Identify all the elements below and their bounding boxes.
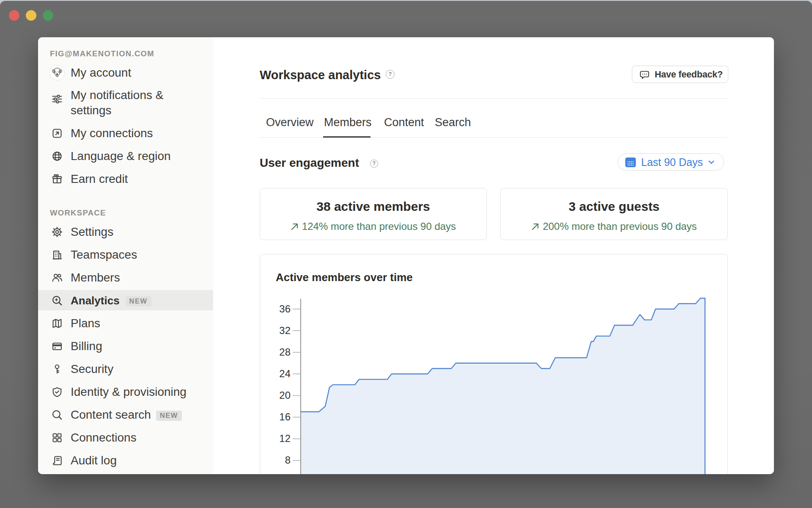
svg-text:28: 28	[279, 346, 291, 358]
svg-text:16: 16	[279, 411, 291, 422]
svg-text:20: 20	[279, 389, 291, 401]
svg-text:36: 36	[279, 303, 291, 315]
svg-text:8: 8	[285, 454, 291, 466]
svg-text:24: 24	[279, 368, 291, 379]
svg-text:12: 12	[279, 433, 291, 444]
svg-text:32: 32	[279, 325, 291, 336]
